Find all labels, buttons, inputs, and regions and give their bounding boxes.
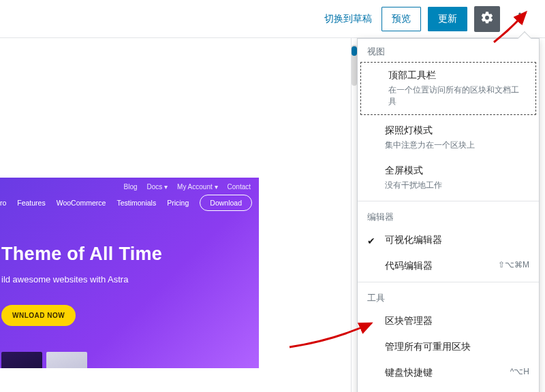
- nav-link: Pro: [0, 199, 6, 207]
- keyboard-shortcut: ⇧⌥⌘M: [498, 260, 529, 270]
- kebab-menu-icon: [513, 11, 527, 27]
- settings-button[interactable]: [474, 6, 500, 32]
- menu-item-keyboard-shortcuts[interactable]: 键盘快捷键 ^⌥H: [358, 360, 539, 386]
- nav-link: Testimonials: [116, 199, 156, 207]
- nav-link: Docs ▾: [147, 183, 168, 191]
- menu-section-tools-label: 工具: [358, 285, 539, 308]
- svg-point-1: [518, 16, 520, 18]
- menu-item-manage-reusable-blocks[interactable]: 管理所有可重用区块: [358, 334, 539, 360]
- menu-item-top-toolbar[interactable]: 顶部工具栏 在一个位置访问所有的区块和文档工具: [360, 62, 536, 115]
- menu-item-label: 全屏模式: [385, 165, 423, 176]
- menu-item-fullscreen[interactable]: 全屏模式 没有干扰地工作: [358, 158, 539, 198]
- check-icon: ✔: [367, 235, 375, 246]
- theme-primary-nav: Pro Features WooCommerce Testimonials Pr…: [0, 192, 259, 211]
- nav-link: Contact: [228, 183, 251, 191]
- menu-item-label: 代码编辑器: [385, 260, 433, 271]
- nav-link: Pricing: [167, 199, 189, 207]
- theme-cta-button: WNLOAD NOW: [1, 305, 76, 326]
- update-button[interactable]: 更新: [428, 7, 467, 31]
- nav-link: WooCommerce: [57, 199, 106, 207]
- menu-item-label: 探照灯模式: [385, 125, 433, 135]
- more-options-button[interactable]: [507, 6, 533, 32]
- menu-item-visual-editor[interactable]: ✔ 可视化编辑器: [358, 227, 539, 253]
- menu-item-label: 顶部工具栏: [388, 69, 436, 80]
- theme-subhead: ild awesome websites with Astra: [0, 265, 259, 284]
- editor-canvas: Blog Docs ▾ My Account ▾ Contact Pro Fea…: [0, 38, 351, 392]
- svg-point-0: [518, 12, 520, 14]
- sidebar-scroll-thumb[interactable]: [352, 46, 357, 56]
- menu-item-label: 键盘快捷键: [385, 367, 433, 378]
- menu-item-code-editor[interactable]: 代码编辑器 ⇧⌥⌘M: [358, 253, 539, 279]
- theme-top-nav: Blog Docs ▾ My Account ▾ Contact: [0, 178, 259, 192]
- menu-section-view-label: 视图: [358, 39, 539, 62]
- theme-thumbnails: [0, 352, 259, 368]
- switch-to-draft-link[interactable]: 切换到草稿: [322, 9, 375, 29]
- menu-divider: [358, 201, 539, 201]
- svg-point-2: [518, 20, 520, 22]
- keyboard-shortcut: ^⌥H: [510, 367, 529, 376]
- menu-item-label: 区块管理器: [385, 315, 433, 326]
- hero-image-block[interactable]: Blog Docs ▾ My Account ▾ Contact Pro Fea…: [0, 178, 259, 368]
- theme-download-button: Download: [200, 195, 252, 211]
- editor-top-toolbar: 切换到草稿 预览 更新: [0, 0, 545, 38]
- menu-item-copy-all-content[interactable]: 复制所有内容: [358, 386, 539, 392]
- theme-thumb: [46, 352, 87, 368]
- menu-section-editor-label: 编辑器: [358, 204, 539, 227]
- preview-button[interactable]: 预览: [382, 7, 421, 31]
- menu-item-block-manager[interactable]: 区块管理器: [358, 308, 539, 334]
- menu-item-desc: 没有干扰地工作: [385, 180, 528, 191]
- nav-link: Blog: [123, 183, 137, 191]
- nav-link: My Account ▾: [177, 183, 217, 191]
- nav-link: Features: [17, 199, 45, 207]
- theme-thumb: [1, 352, 42, 368]
- menu-item-label: 管理所有可重用区块: [385, 341, 471, 352]
- menu-item-label: 可视化编辑器: [385, 234, 442, 245]
- gear-icon: [480, 11, 494, 27]
- menu-item-desc: 集中注意力在一个区块上: [385, 140, 528, 151]
- theme-headline: Theme of All Time: [0, 211, 259, 265]
- options-dropdown: 视图 顶部工具栏 在一个位置访问所有的区块和文档工具 探照灯模式 集中注意力在一…: [357, 38, 540, 392]
- menu-item-desc: 在一个位置访问所有的区块和文档工具: [388, 84, 525, 108]
- menu-item-spotlight[interactable]: 探照灯模式 集中注意力在一个区块上: [358, 118, 539, 158]
- menu-divider: [358, 282, 539, 282]
